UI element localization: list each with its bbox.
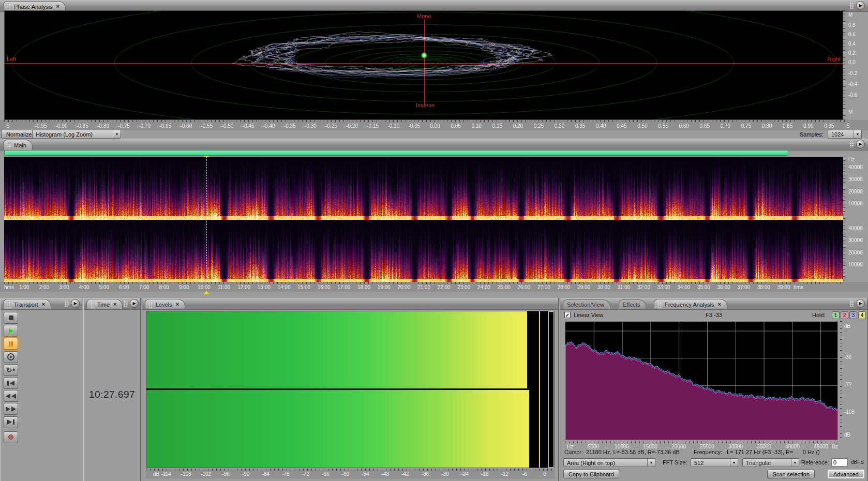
playhead-marker-bottom-icon[interactable]: [203, 291, 209, 294]
tab-main[interactable]: Main: [3, 140, 33, 150]
hold-4-button[interactable]: 4: [858, 311, 866, 319]
panel-grip-icon: [65, 300, 69, 307]
record-button[interactable]: [4, 431, 18, 443]
panel-menu-button[interactable]: ▶: [856, 1, 865, 10]
dropdown-arrow-icon[interactable]: ▼: [113, 130, 121, 138]
close-icon[interactable]: ×: [42, 302, 45, 307]
close-icon[interactable]: ×: [56, 4, 59, 9]
copy-to-clipboard-button[interactable]: Copy to Clipboard: [563, 470, 619, 478]
play-from-cursor-button[interactable]: [4, 351, 18, 363]
panel-grip-icon: [850, 3, 854, 9]
dropdown-arrow-icon[interactable]: ▼: [854, 130, 861, 138]
panel-grip-icon[interactable]: [7, 302, 11, 308]
panel-grip-icon[interactable]: [658, 302, 662, 308]
phase-x-tick: -0.80: [97, 123, 109, 129]
time-tick: 24:00: [477, 284, 490, 290]
frequency-graph[interactable]: [565, 321, 838, 440]
fast-forward-button[interactable]: [4, 403, 18, 415]
time-tick: 39:00: [777, 284, 790, 290]
time-tabbar: Time × ▶: [84, 298, 140, 310]
play-button[interactable]: [4, 325, 18, 337]
close-icon[interactable]: ×: [113, 302, 116, 307]
tab-frequency-analysis[interactable]: Frequency Analysis ×: [654, 299, 727, 309]
time-tick: 34:00: [677, 284, 690, 290]
samples-select[interactable]: 1024 ▼: [828, 130, 862, 139]
phase-x-tick: 0.85: [783, 123, 792, 129]
phase-x-tick: 0.45: [617, 123, 626, 129]
panel-menu-button[interactable]: ▶: [130, 299, 139, 308]
clip-indicator: [548, 311, 554, 468]
dropdown-arrow-icon[interactable]: ▼: [791, 459, 799, 467]
hold-3-button[interactable]: 3: [849, 311, 857, 319]
db-tick: -12: [501, 471, 508, 477]
go-to-start-button[interactable]: [4, 377, 18, 389]
reference-label: Reference:: [801, 459, 829, 465]
panel-grip-icon[interactable]: [7, 4, 11, 10]
db-tick: -84: [262, 471, 269, 477]
db-tick: -36: [422, 471, 429, 477]
playhead-line[interactable]: [206, 157, 207, 282]
area-mode-select[interactable]: Area (Right on top) ▼: [563, 458, 655, 467]
panel-grip-icon[interactable]: [7, 142, 11, 148]
time-tick: 37:00: [737, 284, 750, 290]
dropdown-arrow-icon[interactable]: ▼: [647, 459, 655, 467]
analysis-buttons-row: Copy to Clipboard Scan selection Advance…: [560, 470, 867, 480]
db-tick: -72: [302, 471, 309, 477]
phase-x-tick: 0.30: [555, 123, 564, 129]
scan-selection-button[interactable]: Scan selection: [767, 470, 815, 478]
tab-phase-analysis[interactable]: Phase Analysis ×: [3, 1, 66, 11]
hold-1-button[interactable]: 1: [832, 311, 840, 319]
tab-transport[interactable]: Transport ×: [3, 299, 51, 309]
go-to-end-button[interactable]: [4, 416, 18, 428]
time-tick: 10:00: [198, 284, 211, 290]
advanced-button[interactable]: Advanced: [828, 470, 864, 478]
analysis-options-row: ✓ Linear View F3 -33 Hold: 1234: [560, 311, 867, 320]
time-tick: 23:00: [457, 284, 470, 290]
phase-x-tick: 0.70: [721, 123, 730, 129]
phase-display-mode-select[interactable]: Histogram (Log Zoom) ▼: [32, 130, 121, 139]
phase-analysis-panel: Phase Analysis × ▶ Mono Inverse Left Rig…: [0, 0, 868, 139]
phase-y-scale: M0.80.60.40.20.0-0.2-0.4-0.6M: [843, 10, 868, 120]
analysis-controls-row: Area (Right on top) ▼ FFT Size: 512 ▼ Tr…: [560, 458, 867, 468]
panel-menu-button[interactable]: ▶: [71, 299, 80, 308]
transport-tabbar: Transport × ▶: [1, 298, 82, 310]
panel-menu-button[interactable]: ▶: [856, 140, 865, 148]
phase-x-tick: 0.65: [700, 123, 710, 129]
horizontal-range-scrollbar[interactable]: [4, 150, 788, 156]
phase-x-tick: 0.55: [658, 123, 668, 129]
tab-label: Transport: [14, 302, 38, 308]
loop-play-button[interactable]: ↻: [4, 364, 18, 376]
time-tick: 8:00: [159, 284, 169, 290]
fft-size-select[interactable]: 512 ▼: [691, 458, 738, 467]
tab-levels[interactable]: Levels ×: [145, 299, 185, 309]
phase-x-tick: 0.50: [637, 123, 647, 129]
close-icon[interactable]: ×: [717, 302, 721, 307]
stop-button[interactable]: [4, 312, 18, 324]
phase-x-tick: 0.40: [596, 123, 606, 129]
tab-label: Phase Analysis: [14, 4, 53, 10]
reference-input[interactable]: [831, 458, 848, 467]
rewind-button[interactable]: [4, 390, 18, 402]
window-type-select[interactable]: Triangular ▼: [742, 458, 799, 467]
phase-x-tick: 0.75: [741, 123, 751, 129]
panel-menu-button[interactable]: ▶: [856, 299, 865, 308]
time-ruler[interactable]: hms1:002:003:004:005:006:007:008:009:001…: [0, 282, 868, 292]
tab-selection-view[interactable]: Selection/View: [563, 299, 610, 309]
time-tick: 3:00: [59, 284, 69, 290]
panel-grip-icon[interactable]: [91, 302, 95, 308]
dropdown-arrow-icon[interactable]: ▼: [730, 459, 738, 467]
close-icon[interactable]: ×: [176, 302, 179, 307]
phase-y-tick: M: [848, 12, 852, 18]
pause-button[interactable]: [4, 338, 18, 350]
left-label: Left: [7, 56, 16, 62]
hold-label: Hold:: [812, 312, 826, 318]
phase-x-tick: -0.20: [346, 123, 358, 129]
hold-2-button[interactable]: 2: [841, 311, 848, 319]
db-tick: -108: [181, 471, 191, 477]
linear-view-checkbox[interactable]: ✓: [564, 312, 571, 318]
phase-x-ruler: S-0.95-0.90-0.85-0.80-0.75-0.70-0.65-0.6…: [0, 120, 868, 130]
tab-effects[interactable]: Effects: [619, 299, 646, 309]
spectrogram-canvas[interactable]: [4, 157, 843, 282]
tab-time[interactable]: Time ×: [86, 299, 123, 309]
panel-grip-icon[interactable]: [149, 302, 153, 308]
